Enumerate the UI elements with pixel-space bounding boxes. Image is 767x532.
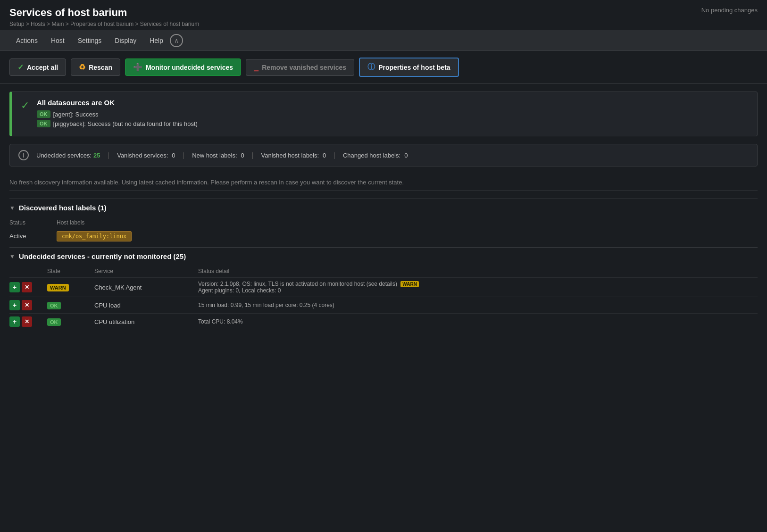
summary-info-icon: i <box>18 150 29 160</box>
agent-ok-badge: OK <box>37 110 50 118</box>
service-row-2-delete-button[interactable]: ✕ <box>22 316 32 327</box>
pending-changes: No pending changes <box>701 7 758 14</box>
menu-settings[interactable]: Settings <box>71 30 108 51</box>
service-row-0-state: WARN <box>47 283 94 291</box>
col-detail-label: Status detail <box>198 268 758 274</box>
undecided-arrow-icon: ▼ <box>9 253 15 260</box>
col-status-label: Status <box>9 219 57 226</box>
service-row-0-detail: Version: 2.1.0p8, OS: linux, TLS is not … <box>198 281 758 294</box>
service-row-1-state: OK <box>47 301 94 309</box>
vanished-host-labels-count: Vanished host labels: 0 <box>261 152 326 159</box>
menu-collapse-button[interactable]: ∧ <box>170 34 183 47</box>
info-notice: No fresh discovery information available… <box>9 174 758 191</box>
plus-icon: ➕ <box>133 63 142 72</box>
datasource-panel: ✓ All datasources are OK OK [agent]: Suc… <box>9 91 758 136</box>
piggyback-ok-badge: OK <box>37 120 50 127</box>
undecided-section-header[interactable]: ▼ Undecided services - currently not mon… <box>9 247 758 265</box>
menu-help[interactable]: Help <box>143 30 170 51</box>
remove-icon: ⎯ <box>254 63 258 72</box>
service-row-2-name: CPU utilization <box>94 318 198 325</box>
service-row-0-actions: + ✕ <box>9 282 47 292</box>
service-row-0-delete-button[interactable]: ✕ <box>22 282 32 292</box>
rescan-button[interactable]: ♻ Rescan <box>71 58 120 76</box>
service-row-2-add-button[interactable]: + <box>9 316 20 327</box>
page-title: Services of host barium <box>9 7 199 19</box>
service-row-1-delete-button[interactable]: ✕ <box>22 300 32 310</box>
service-row-1-add-button[interactable]: + <box>9 300 20 310</box>
datasource-title: All datasources are OK <box>37 99 198 107</box>
service-row-0: + ✕ WARN Check_MK Agent Version: 2.1.0p8… <box>9 277 758 297</box>
breadcrumb: Setup > Hosts > Main > Properties of hos… <box>9 21 199 27</box>
service-row-0-add-button[interactable]: + <box>9 282 20 292</box>
service-row-2-actions: + ✕ <box>9 316 47 327</box>
datasource-line-1: OK [piggyback]: Success (but no data fou… <box>37 120 198 127</box>
col-state-label: State <box>47 268 94 274</box>
sep-1: | <box>108 151 110 159</box>
service-row-0-warn-badge: WARN <box>400 281 419 287</box>
host-label-tag-0: cmk/os_family:linux <box>57 232 758 240</box>
sep-3: | <box>252 151 254 159</box>
page-header: Services of host barium Setup > Hosts > … <box>0 0 767 30</box>
undecided-section-content: State Service Status detail + ✕ WARN Che… <box>9 265 758 334</box>
host-label-status-0: Active <box>9 233 57 240</box>
summary-bar: i Undecided services: 25 | Vanished serv… <box>9 144 758 166</box>
accept-all-button[interactable]: ✓ Accept all <box>9 58 66 76</box>
monitor-undecided-button[interactable]: ➕ Monitor undecided services <box>125 58 241 76</box>
new-host-labels-count: New host labels: 0 <box>192 152 244 159</box>
check-icon: ✓ <box>17 63 24 72</box>
service-row-2-state: OK <box>47 318 94 325</box>
service-row-1-actions: + ✕ <box>9 300 47 310</box>
service-row-1: + ✕ OK CPU load 15 min load: 0.99, 15 mi… <box>9 297 758 313</box>
host-labels-section-content: Status Host labels Active cmk/os_family:… <box>9 216 758 247</box>
sep-4: | <box>333 151 335 159</box>
status-checkmark-icon: ✓ <box>21 100 29 112</box>
menu-host[interactable]: Host <box>44 30 71 51</box>
info-circle-icon: ⓘ <box>367 62 375 72</box>
undecided-services-count: Undecided services: 25 <box>36 152 100 159</box>
vanished-services-count: Vanished services: 0 <box>117 152 175 159</box>
rescan-icon: ♻ <box>79 63 85 72</box>
service-row-1-detail: 15 min load: 0.99, 15 min load per core:… <box>198 302 758 308</box>
undecided-col-headers: State Service Status detail <box>9 265 758 277</box>
changed-host-labels-count: Changed host labels: 0 <box>343 152 408 159</box>
host-labels-section-header[interactable]: ▼ Discovered host labels (1) <box>9 199 758 216</box>
host-labels-row-0: Active cmk/os_family:linux <box>9 229 758 242</box>
action-bar: ✓ Accept all ♻ Rescan ➕ Monitor undecide… <box>0 51 767 84</box>
host-labels-arrow-icon: ▼ <box>9 205 15 211</box>
service-row-0-name: Check_MK Agent <box>94 284 198 291</box>
menu-display[interactable]: Display <box>108 30 143 51</box>
col-service-label: Service <box>94 268 198 274</box>
col-host-labels-label: Host labels <box>57 219 758 226</box>
menu-bar: Actions Host Settings Display Help ∧ <box>0 30 767 51</box>
remove-vanished-button[interactable]: ⎯ Remove vanished services <box>246 59 354 76</box>
menu-actions[interactable]: Actions <box>9 30 44 51</box>
service-row-2: + ✕ OK CPU utilization Total CPU: 8.04% <box>9 313 758 330</box>
properties-host-button[interactable]: ⓘ Properties of host beta <box>359 58 459 77</box>
datasource-content: All datasources are OK OK [agent]: Succe… <box>37 99 198 129</box>
host-labels-col-headers: Status Host labels <box>9 216 758 229</box>
summary-items: Undecided services: 25 | Vanished servic… <box>36 151 408 159</box>
sep-2: | <box>183 151 185 159</box>
service-row-2-detail: Total CPU: 8.04% <box>198 318 758 325</box>
datasource-line-0: OK [agent]: Success <box>37 110 198 118</box>
service-row-1-name: CPU load <box>94 302 198 309</box>
